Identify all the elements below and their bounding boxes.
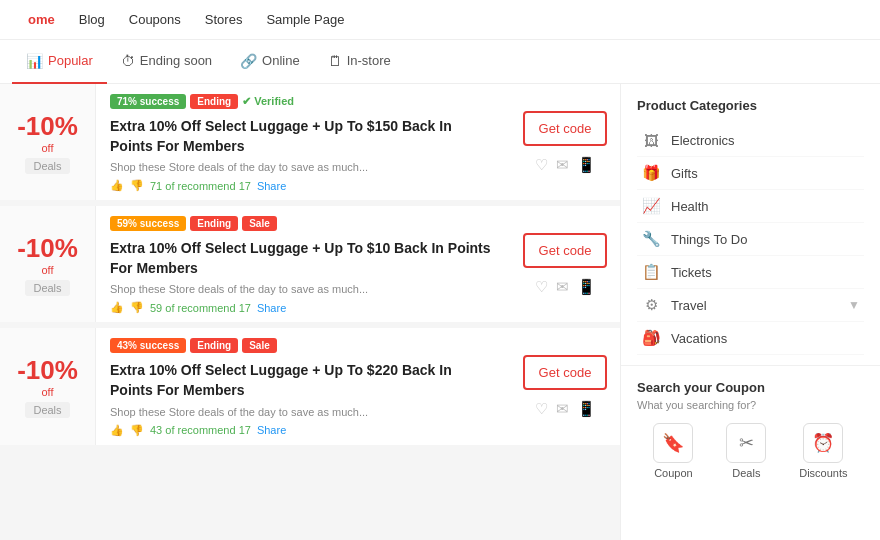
search-type-icon: ✂ <box>726 423 766 463</box>
deal-description: Shop these Store deals of the day to sav… <box>110 161 496 173</box>
thumbs-down-icon[interactable]: 👎 <box>130 179 144 192</box>
category-label: Health <box>671 199 860 214</box>
success-tag: 43% success <box>110 338 186 353</box>
deals-list: -10% off Deals 71% success Ending ✔ Veri… <box>0 84 620 540</box>
nav-blog[interactable]: Blog <box>67 0 117 40</box>
mobile-icon[interactable]: 📱 <box>577 278 596 296</box>
category-travel[interactable]: ⚙ Travel ▼ <box>637 289 864 322</box>
deal-action-area: Get code ♡ ✉ 📱 <box>510 328 620 444</box>
filter-tabs: 📊 Popular ⏱ Ending soon 🔗 Online 🗒 In-st… <box>0 40 880 84</box>
popular-icon: 📊 <box>26 53 43 69</box>
search-type-deals[interactable]: ✂ Deals <box>726 423 766 479</box>
heart-icon[interactable]: ♡ <box>535 156 548 174</box>
search-title: Search your Coupon <box>637 380 864 395</box>
category-health[interactable]: 📈 Health <box>637 190 864 223</box>
category-label: Gifts <box>671 166 860 181</box>
category-things-to-do[interactable]: 🔧 Things To Do <box>637 223 864 256</box>
category-icon: 🔧 <box>641 230 661 248</box>
deal-action-area: Get code ♡ ✉ 📱 <box>510 206 620 322</box>
category-icon: 📈 <box>641 197 661 215</box>
recommend-text: 59 of recommend 17 <box>150 302 251 314</box>
search-coupon-section: Search your Coupon What you searching fo… <box>621 366 880 493</box>
deal-type-label: Deals <box>25 280 69 296</box>
category-label: Tickets <box>671 265 860 280</box>
thumbs-down-icon[interactable]: 👎 <box>130 424 144 437</box>
deal-percent: -10% <box>17 233 78 264</box>
deal-type-label: Deals <box>25 158 69 174</box>
nav-stores[interactable]: Stores <box>193 0 255 40</box>
search-type-discounts[interactable]: ⏰ Discounts <box>799 423 847 479</box>
get-code-button[interactable]: Get code <box>523 233 608 268</box>
share-link[interactable]: Share <box>257 302 286 314</box>
verified-badge: ✔ Verified <box>242 95 294 108</box>
deal-discount-badge: -10% off Deals <box>0 206 96 322</box>
deal-discount-badge: -10% off Deals <box>0 328 96 444</box>
categories-title: Product Categories <box>637 98 864 113</box>
deal-tags: 43% success EndingSale <box>110 338 496 353</box>
recommend-text: 43 of recommend 17 <box>150 424 251 436</box>
action-icons: ♡ ✉ 📱 <box>535 278 596 296</box>
deal-off-label: off <box>41 142 53 154</box>
email-icon[interactable]: ✉ <box>556 278 569 296</box>
deal-discount-badge: -10% off Deals <box>0 84 96 200</box>
share-link[interactable]: Share <box>257 424 286 436</box>
search-type-label: Deals <box>732 467 760 479</box>
deal-type-label: Deals <box>25 402 69 418</box>
search-subtitle: What you searching for? <box>637 399 864 411</box>
category-tickets[interactable]: 📋 Tickets <box>637 256 864 289</box>
tab-instore-label: In-store <box>347 53 391 68</box>
category-electronics[interactable]: 🖼 Electronics <box>637 125 864 157</box>
nav-sample-page[interactable]: Sample Page <box>254 0 356 40</box>
online-icon: 🔗 <box>240 53 257 69</box>
deal-percent: -10% <box>17 111 78 142</box>
thumbs-down-icon[interactable]: 👎 <box>130 301 144 314</box>
search-type-label: Discounts <box>799 467 847 479</box>
thumbs-up-icon[interactable]: 👍 <box>110 301 124 314</box>
action-icons: ♡ ✉ 📱 <box>535 156 596 174</box>
search-type-icon: ⏰ <box>803 423 843 463</box>
deal-body: 59% success EndingSale Extra 10% Off Sel… <box>96 206 510 322</box>
product-categories-section: Product Categories 🖼 Electronics 🎁 Gifts… <box>621 84 880 366</box>
deal-meta: 👍 👎 43 of recommend 17 Share <box>110 424 496 437</box>
deal-description: Shop these Store deals of the day to sav… <box>110 406 496 418</box>
deal-title: Extra 10% Off Select Luggage + Up To $22… <box>110 361 496 400</box>
deal-action-area: Get code ♡ ✉ 📱 <box>510 84 620 200</box>
nav-home[interactable]: ome <box>16 0 67 40</box>
tag-ending: Ending <box>190 94 238 109</box>
instore-icon: 🗒 <box>328 53 342 69</box>
search-type-coupon[interactable]: 🔖 Coupon <box>653 423 693 479</box>
deal-off-label: off <box>41 264 53 276</box>
deal-body: 71% success Ending ✔ Verified Extra 10% … <box>96 84 510 200</box>
get-code-button[interactable]: Get code <box>523 111 608 146</box>
deal-description: Shop these Store deals of the day to sav… <box>110 283 496 295</box>
thumbs-up-icon[interactable]: 👍 <box>110 179 124 192</box>
heart-icon[interactable]: ♡ <box>535 400 548 418</box>
tab-online[interactable]: 🔗 Online <box>226 40 314 84</box>
tag-ending: Ending <box>190 216 238 231</box>
deal-title: Extra 10% Off Select Luggage + Up To $15… <box>110 117 496 156</box>
tab-instore[interactable]: 🗒 In-store <box>314 40 405 84</box>
mobile-icon[interactable]: 📱 <box>577 400 596 418</box>
category-vacations[interactable]: 🎒 Vacations <box>637 322 864 355</box>
deal-card: -10% off Deals 43% success EndingSale Ex… <box>0 328 620 444</box>
thumbs-up-icon[interactable]: 👍 <box>110 424 124 437</box>
tag-ending: Ending <box>190 338 238 353</box>
get-code-button[interactable]: Get code <box>523 355 608 390</box>
categories-list: 🖼 Electronics 🎁 Gifts 📈 Health 🔧 Things … <box>637 125 864 355</box>
nav-coupons[interactable]: Coupons <box>117 0 193 40</box>
chevron-right-icon: ▼ <box>848 298 860 312</box>
tab-ending-soon[interactable]: ⏱ Ending soon <box>107 40 226 84</box>
sidebar: Product Categories 🖼 Electronics 🎁 Gifts… <box>620 84 880 540</box>
heart-icon[interactable]: ♡ <box>535 278 548 296</box>
category-icon: 🎒 <box>641 329 661 347</box>
deal-tags: 59% success EndingSale <box>110 216 496 231</box>
email-icon[interactable]: ✉ <box>556 400 569 418</box>
share-link[interactable]: Share <box>257 180 286 192</box>
category-gifts[interactable]: 🎁 Gifts <box>637 157 864 190</box>
email-icon[interactable]: ✉ <box>556 156 569 174</box>
mobile-icon[interactable]: 📱 <box>577 156 596 174</box>
deal-card: -10% off Deals 71% success Ending ✔ Veri… <box>0 84 620 200</box>
tab-popular[interactable]: 📊 Popular <box>12 40 107 84</box>
success-tag: 71% success <box>110 94 186 109</box>
search-type-icon: 🔖 <box>653 423 693 463</box>
